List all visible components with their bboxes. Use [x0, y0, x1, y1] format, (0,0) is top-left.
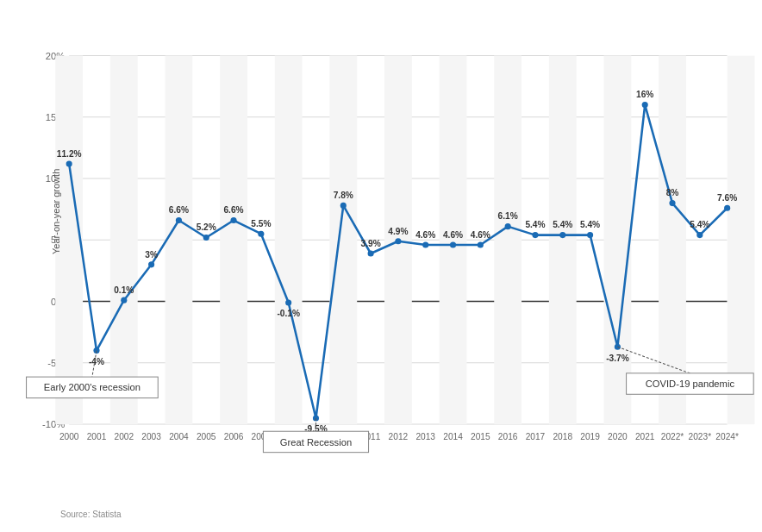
- svg-text:2019: 2019: [580, 432, 600, 441]
- svg-point-90: [587, 232, 593, 238]
- svg-text:Great Recession: Great Recession: [280, 437, 352, 448]
- svg-point-86: [532, 232, 538, 238]
- svg-point-62: [203, 235, 209, 241]
- svg-rect-18: [275, 56, 303, 425]
- svg-text:4.9%: 4.9%: [388, 227, 408, 236]
- svg-point-52: [66, 160, 72, 166]
- svg-text:2013: 2013: [415, 432, 435, 441]
- svg-text:2003: 2003: [141, 432, 161, 441]
- svg-point-78: [422, 241, 428, 247]
- svg-text:3%: 3%: [145, 250, 158, 260]
- svg-text:2005: 2005: [197, 432, 216, 441]
- svg-text:-0.1%: -0.1%: [277, 309, 300, 318]
- svg-point-84: [505, 223, 511, 229]
- svg-text:COVID-19 pandemic: COVID-19 pandemic: [646, 379, 735, 389]
- svg-text:2016: 2016: [498, 432, 518, 441]
- svg-text:2021: 2021: [635, 432, 655, 441]
- svg-rect-24: [603, 56, 631, 425]
- svg-point-72: [340, 203, 347, 209]
- svg-text:6.1%: 6.1%: [498, 212, 518, 222]
- svg-text:2006: 2006: [224, 432, 244, 441]
- svg-rect-23: [549, 56, 577, 425]
- svg-point-76: [395, 238, 401, 244]
- svg-text:4.6%: 4.6%: [443, 230, 463, 240]
- svg-rect-22: [494, 56, 522, 425]
- svg-text:4.6%: 4.6%: [415, 230, 435, 240]
- svg-text:7.8%: 7.8%: [334, 191, 353, 200]
- svg-text:2001: 2001: [87, 432, 107, 441]
- chart-area: Year-on-year growth -10%-5%0%5%10%15%20%…: [60, 17, 745, 480]
- svg-point-58: [148, 261, 154, 267]
- svg-rect-26: [728, 56, 755, 425]
- svg-text:4.6%: 4.6%: [471, 230, 490, 240]
- svg-text:Early 2000's recession: Early 2000's recession: [44, 382, 141, 392]
- svg-text:2014: 2014: [443, 432, 463, 441]
- svg-rect-21: [440, 56, 467, 425]
- svg-text:7.6%: 7.6%: [717, 193, 737, 203]
- svg-text:0.1%: 0.1%: [114, 285, 134, 295]
- svg-text:2004: 2004: [169, 432, 189, 441]
- svg-point-80: [450, 241, 456, 247]
- svg-point-60: [176, 217, 182, 223]
- svg-text:2000: 2000: [59, 432, 79, 441]
- svg-point-96: [669, 200, 675, 206]
- svg-rect-19: [329, 56, 357, 425]
- svg-text:-3.7%: -3.7%: [606, 354, 629, 363]
- svg-text:5.4%: 5.4%: [690, 220, 709, 229]
- svg-point-94: [642, 102, 648, 108]
- svg-text:2024*: 2024*: [715, 432, 739, 441]
- svg-point-74: [368, 250, 374, 256]
- svg-text:5.2%: 5.2%: [197, 222, 216, 232]
- source-label: Source: Statista: [60, 510, 122, 519]
- svg-rect-16: [166, 56, 193, 425]
- svg-rect-25: [659, 56, 686, 425]
- svg-text:5.4%: 5.4%: [525, 220, 545, 229]
- svg-point-56: [121, 297, 127, 304]
- svg-text:5.5%: 5.5%: [251, 219, 271, 228]
- svg-text:6.6%: 6.6%: [223, 205, 243, 215]
- svg-text:5.4%: 5.4%: [553, 220, 572, 229]
- svg-text:2018: 2018: [553, 432, 572, 441]
- svg-rect-15: [110, 56, 138, 425]
- svg-point-98: [696, 232, 703, 238]
- svg-text:-4%: -4%: [89, 357, 104, 366]
- svg-text:16%: 16%: [636, 90, 653, 99]
- svg-text:2020: 2020: [608, 432, 628, 441]
- svg-point-68: [285, 299, 291, 305]
- svg-text:2022*: 2022*: [661, 432, 684, 441]
- chart-svg: -10%-5%0%5%10%15%20%20002001200220032004…: [60, 17, 745, 480]
- svg-point-100: [724, 205, 730, 211]
- svg-point-66: [258, 231, 264, 237]
- svg-text:5.4%: 5.4%: [580, 220, 600, 229]
- svg-text:2002: 2002: [115, 432, 134, 441]
- svg-text:2012: 2012: [389, 432, 409, 441]
- svg-text:8%: 8%: [666, 188, 679, 197]
- svg-rect-17: [220, 56, 247, 425]
- svg-text:3.9%: 3.9%: [361, 239, 381, 248]
- svg-text:2017: 2017: [526, 432, 546, 441]
- svg-point-82: [478, 241, 484, 247]
- svg-text:6.6%: 6.6%: [169, 205, 189, 215]
- svg-point-64: [230, 217, 236, 223]
- svg-point-88: [559, 232, 565, 238]
- svg-text:2023*: 2023*: [689, 432, 712, 441]
- chart-container: Year-on-year growth -10%-5%0%5%10%15%20%…: [0, 0, 762, 532]
- y-axis-label: Year-on-year growth: [51, 168, 61, 253]
- svg-text:11.2%: 11.2%: [57, 149, 82, 159]
- svg-text:2015: 2015: [471, 432, 490, 441]
